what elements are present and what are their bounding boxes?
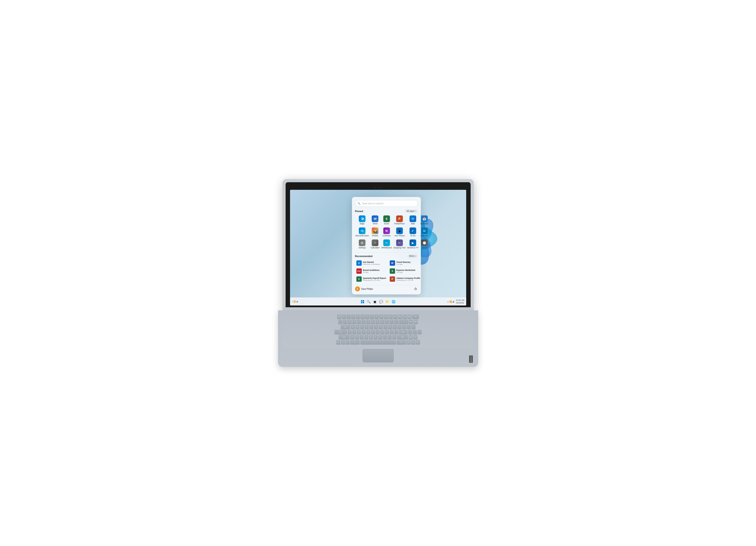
app-calendar[interactable]: 📅 Calendar [420,214,429,225]
app-powerpoint[interactable]: P PowerPoint [393,214,406,225]
key-capslock[interactable]: Caps [335,330,347,334]
key-3[interactable]: 3 [352,320,356,324]
app-phone[interactable]: 📱 Your Phone [393,226,406,237]
taskbar-explorer[interactable]: 📁 [385,299,390,305]
key-alt-r[interactable]: Alt [397,340,406,345]
taskbar-search[interactable]: 🔍 [366,299,371,305]
key-x[interactable]: X [355,335,359,339]
key-p[interactable]: P [393,325,397,329]
key-w[interactable]: W [355,325,359,329]
key-s[interactable]: S [352,330,356,334]
more-button[interactable]: More › [408,254,418,257]
key-f[interactable]: F [362,330,366,334]
key-o[interactable]: O [388,325,392,329]
app-todo[interactable]: ✔ To Do [407,226,419,237]
key-rbracket[interactable]: ] [402,325,406,329]
app-excel[interactable]: X Excel [381,214,392,225]
app-whiteboard[interactable]: ✏ Whiteboard [381,238,392,249]
key-f3[interactable]: F3 [351,315,355,319]
key-backtick[interactable]: ` [338,320,342,324]
key-j[interactable]: J [376,330,380,334]
key-f7[interactable]: F7 [370,315,374,319]
key-1[interactable]: 1 [343,320,347,324]
rec-get-started[interactable]: ⊞ Get Started Welcome to Windows [355,259,387,266]
key-z[interactable]: Z [350,335,354,339]
all-apps-button[interactable]: All apps › [405,209,418,213]
rec-expense[interactable]: X Expense Worksheet 13h ago [388,267,422,275]
key-backspace2[interactable]: ← [399,320,408,324]
app-onenote[interactable]: N OneNote [381,226,392,237]
key-end[interactable]: End [403,315,407,319]
app-photos[interactable]: 🌄 Photos [370,226,380,237]
start-button[interactable] [360,299,365,305]
key-semicolon[interactable]: ; [390,330,394,334]
key-enter[interactable]: Enter [399,330,407,334]
key-h[interactable]: H [371,330,375,334]
key-g[interactable]: G [366,330,370,334]
app-snipping[interactable]: ✂ Snipping Tool [393,238,406,249]
key-shift-r[interactable]: Shift [397,335,408,339]
key-9[interactable]: 9 [380,320,384,324]
rec-adatum[interactable]: P Adatum Company Profile Yesterday at 1:… [388,276,422,283]
key-4[interactable]: 4 [357,320,361,324]
key-super[interactable]: ⊞ [346,340,350,345]
key-2[interactable]: 2 [348,320,352,324]
key-equals[interactable]: = [394,320,398,324]
start-search-bar[interactable]: 🔍 Type here to search [355,200,418,207]
user-profile[interactable]: S Sara Philips [355,287,373,291]
key-right[interactable]: → [417,330,421,334]
key-pgup[interactable]: PgUp [407,315,412,319]
key-alt-l[interactable]: Alt [350,340,360,345]
trackpad[interactable] [363,349,394,363]
app-mail[interactable]: ✉ Mail [407,214,419,225]
key-ctrl-l[interactable]: Ctrl [336,340,340,345]
app-movies[interactable]: ▶ Movies & TV [407,238,419,249]
taskbar-edge[interactable]: 🌐 [391,299,396,305]
key-del[interactable]: Del [409,320,413,324]
key-period[interactable]: . [388,335,392,339]
key-n[interactable]: N [374,335,378,339]
key-y[interactable]: Y [374,325,378,329]
taskbar-time[interactable]: 11:31 AM 01/12/22 [456,299,464,304]
key-ctrl-r[interactable]: Ctrl [407,340,411,345]
key-backslash[interactable]: \ [407,325,411,329]
key-r[interactable]: R [365,325,369,329]
key-u[interactable]: U [379,325,383,329]
key-home[interactable]: Home [398,315,402,319]
key-7[interactable]: 7 [371,320,375,324]
power-button[interactable]: ⏻ [413,287,418,291]
app-clock[interactable]: 🕐 Clock [420,238,429,249]
app-store[interactable]: 🛍 Microsoft Store [355,226,369,237]
key-pgdn2[interactable]: PgDn [409,335,413,339]
key-del2[interactable]: Del [416,340,420,345]
key-e[interactable]: E [360,325,364,329]
key-fn[interactable]: Fn [341,340,345,345]
key-esc[interactable]: Esc [337,315,341,319]
taskbar-chat[interactable]: 💬 [379,299,384,305]
key-left[interactable]: ← [408,330,412,334]
key-f10[interactable]: F10 [384,315,388,319]
rec-payroll[interactable]: X Quarterly Payroll Report Yesterday at … [355,276,387,283]
app-linkedin[interactable]: in LinkedIn [420,226,429,237]
key-f5[interactable]: F5 [361,315,365,319]
key-a[interactable]: A [348,330,352,334]
key-pgdn[interactable]: PgDn [414,320,418,324]
key-f12[interactable]: F12 [393,315,397,319]
key-t[interactable]: T [369,325,373,329]
key-d[interactable]: D [357,330,361,334]
key-q[interactable]: Q [351,325,355,329]
key-l[interactable]: L [385,330,389,334]
key-f11[interactable]: F11 [389,315,393,319]
key-slash[interactable]: / [392,335,396,339]
key-down[interactable]: ↓ [413,330,417,334]
key-6[interactable]: 6 [366,320,370,324]
key-c[interactable]: C [360,335,364,339]
key-f1[interactable]: F1 [342,315,346,319]
key-end2[interactable]: End [413,335,417,339]
key-quote[interactable]: ' [394,330,398,334]
rec-brand[interactable]: PDF Brand Guidelines 2h ago [355,267,387,275]
app-settings[interactable]: ⚙ Settings [355,238,369,249]
key-k[interactable]: K [380,330,384,334]
key-f4[interactable]: F4 [356,315,360,319]
key-f9[interactable]: F9 [379,315,383,319]
